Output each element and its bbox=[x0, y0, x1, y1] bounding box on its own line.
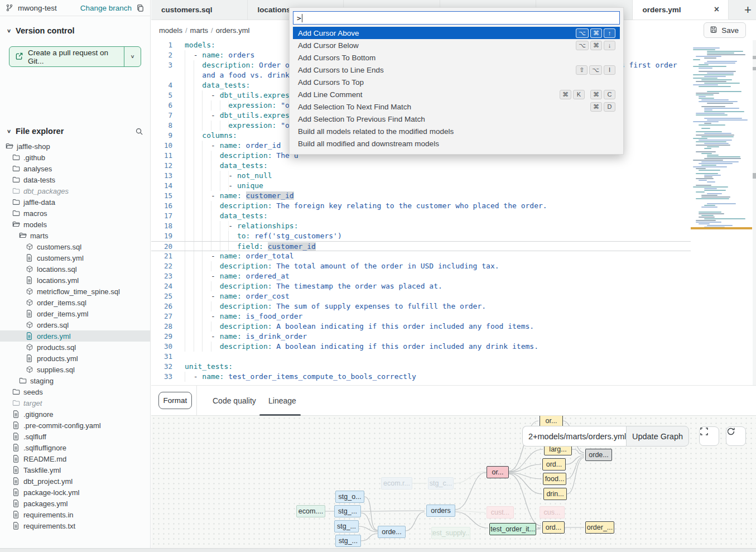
file-tree-item[interactable]: locations.sql bbox=[0, 263, 150, 275]
file-tree-item[interactable]: .github bbox=[0, 152, 150, 163]
file-tree-item[interactable]: dbt_packages bbox=[0, 185, 150, 196]
command-item[interactable]: Add Selection To Previous Find Match bbox=[293, 113, 620, 125]
editor-scrollbar[interactable] bbox=[753, 40, 756, 385]
format-button[interactable]: Format bbox=[158, 392, 192, 409]
file-tree-item[interactable]: dbt_project.yml bbox=[0, 476, 150, 487]
file-tree-item[interactable]: package-lock.yml bbox=[0, 487, 150, 498]
file-tree-item[interactable]: supplies.sql bbox=[0, 364, 150, 375]
version-control-header[interactable]: ∨ Version control bbox=[0, 21, 150, 40]
file-tree-item[interactable]: staging bbox=[0, 375, 150, 386]
lineage-node[interactable]: ecom.... bbox=[296, 505, 325, 517]
lineage-node[interactable]: stg_... bbox=[334, 505, 361, 517]
create-pr-button[interactable]: Create a pull request on Git... ∨ bbox=[9, 46, 141, 67]
lineage-node[interactable]: ord... bbox=[542, 458, 566, 471]
tab-lineage[interactable]: Lineage bbox=[268, 386, 296, 416]
fullscreen-button[interactable] bbox=[699, 426, 719, 446]
lineage-node[interactable]: ord... bbox=[542, 521, 565, 534]
file-tree-item[interactable]: .sqlfluff bbox=[0, 431, 150, 442]
chevron-down-icon: ∨ bbox=[7, 128, 11, 134]
command-item[interactable]: Add Cursors To Top bbox=[293, 76, 620, 88]
file-tree-item[interactable]: .sqlfluffignore bbox=[0, 442, 150, 453]
file-tree-item[interactable]: packages.yml bbox=[0, 498, 150, 509]
lineage-node[interactable]: ecom.r... bbox=[381, 477, 412, 489]
file-tree-item[interactable]: customers.sql bbox=[0, 241, 150, 252]
tab-code-quality[interactable]: Code quality bbox=[213, 386, 256, 416]
command-item[interactable]: Add Cursor Below⌥⌘↓ bbox=[293, 39, 620, 51]
minimap[interactable] bbox=[691, 47, 752, 249]
file-tree-item[interactable]: orders.yml bbox=[0, 330, 150, 342]
close-tab-icon[interactable]: × bbox=[713, 4, 720, 15]
command-item[interactable]: Add Cursors to Line Ends⇧⌥I bbox=[293, 64, 620, 76]
lineage-node[interactable]: order_... bbox=[585, 521, 614, 534]
file-tree-item[interactable]: seeds bbox=[0, 386, 150, 397]
file-tree-item[interactable]: order_items.yml bbox=[0, 308, 150, 319]
file-tree-item[interactable]: target bbox=[0, 397, 150, 409]
search-icon[interactable] bbox=[135, 127, 143, 136]
command-item[interactable]: Add Cursor Above⌥⌘↑ bbox=[293, 27, 620, 39]
file-explorer-header[interactable]: ∨ File explorer bbox=[0, 122, 150, 141]
file-tree-item[interactable]: marts bbox=[0, 230, 150, 241]
lineage-node[interactable]: orde... bbox=[585, 449, 612, 461]
command-palette-input[interactable]: > bbox=[293, 11, 620, 25]
lineage-search-input[interactable]: 2+models/marts/orders.yml+ bbox=[522, 426, 626, 447]
key-badge: ⇧ bbox=[576, 65, 588, 75]
command-item[interactable]: Build all modified and downstream models bbox=[293, 137, 620, 150]
file-tree-item[interactable]: .pre-commit-config.yaml bbox=[0, 420, 150, 431]
file-tree-item[interactable]: customers.yml bbox=[0, 252, 150, 263]
update-graph-button[interactable]: Update Graph bbox=[626, 426, 689, 447]
file-tree-item[interactable]: jaffle-data bbox=[0, 196, 150, 208]
lineage-node[interactable]: food... bbox=[543, 473, 566, 485]
copy-icon[interactable] bbox=[136, 4, 145, 12]
lineage-node[interactable]: stg_... bbox=[335, 535, 361, 547]
file-tree-item[interactable]: .gitignore bbox=[0, 409, 150, 420]
file-tree-item[interactable]: locations.yml bbox=[0, 275, 150, 286]
new-tab-button[interactable]: + bbox=[740, 3, 756, 17]
editor-tab[interactable]: orders.yml× bbox=[633, 0, 729, 20]
command-item[interactable]: Build all models related to the modified… bbox=[293, 125, 620, 137]
lineage-node[interactable]: or... bbox=[540, 416, 563, 427]
file-tree-item[interactable]: jaffle-shop bbox=[0, 141, 150, 152]
lineage-node[interactable]: cus... bbox=[540, 506, 565, 519]
lineage-node[interactable]: stg_c... bbox=[428, 477, 454, 489]
lineage-node[interactable]: stg_... bbox=[334, 520, 359, 532]
lineage-node[interactable]: drin... bbox=[543, 488, 567, 500]
file-tree-item[interactable]: Taskfile.yml bbox=[0, 464, 150, 476]
file-tree-item[interactable]: README.md bbox=[0, 453, 150, 464]
line-number: 21 bbox=[151, 251, 172, 261]
code-token: - bbox=[185, 111, 220, 119]
create-pr-dropdown[interactable]: ∨ bbox=[124, 47, 141, 66]
save-button[interactable]: Save bbox=[704, 22, 746, 38]
command-item[interactable]: Add Line Comment⌘K⌘C bbox=[293, 88, 620, 100]
file-tree-item[interactable]: products.yml bbox=[0, 353, 150, 364]
file-tree-item[interactable]: order_items.sql bbox=[0, 297, 150, 308]
file-tree-label: staging bbox=[30, 377, 54, 385]
lineage-node[interactable]: orders bbox=[426, 505, 455, 517]
file-tree-item[interactable]: analyses bbox=[0, 163, 150, 174]
change-branch-link[interactable]: Change branch bbox=[80, 4, 132, 12]
lineage-node[interactable]: cust... bbox=[487, 506, 514, 519]
minimap-line bbox=[704, 188, 717, 189]
lineage-node[interactable]: test_supply... bbox=[431, 527, 470, 539]
command-item[interactable]: Add Cursors To Bottom bbox=[293, 51, 620, 64]
lineage-canvas[interactable]: ecom.r...stg_c...cust...test_supply...cu… bbox=[151, 416, 756, 548]
code-token: and a food vs. drink i bbox=[202, 71, 298, 79]
refresh-button[interactable] bbox=[726, 426, 746, 446]
file-tree-item[interactable]: requirements.txt bbox=[0, 520, 150, 531]
file-tree-label: data-tests bbox=[23, 176, 55, 184]
file-tree-label: Taskfile.yml bbox=[23, 466, 61, 474]
lineage-node[interactable]: test_order_it... bbox=[489, 523, 536, 535]
file-tree-item[interactable]: requirements.in bbox=[0, 509, 150, 520]
file-tree-item[interactable]: data-tests bbox=[0, 174, 150, 185]
lineage-node[interactable]: orde... bbox=[378, 526, 406, 538]
file-tree-item[interactable]: metricflow_time_spine.sql bbox=[0, 286, 150, 297]
file-tree-item[interactable]: products.sql bbox=[0, 342, 150, 353]
lineage-node[interactable]: stg_o... bbox=[335, 491, 364, 503]
file-tree-item[interactable]: macros bbox=[0, 208, 150, 219]
file-tree-item[interactable]: models bbox=[0, 219, 150, 230]
file-tree-item[interactable]: orders.sql bbox=[0, 319, 150, 330]
minimap-line bbox=[707, 156, 740, 157]
command-item[interactable]: Add Selection To Next Find Match⌘D bbox=[293, 100, 620, 113]
code-token bbox=[185, 121, 228, 129]
editor-tab[interactable]: customers.sql bbox=[151, 0, 248, 20]
lineage-node[interactable]: or... bbox=[487, 466, 509, 478]
